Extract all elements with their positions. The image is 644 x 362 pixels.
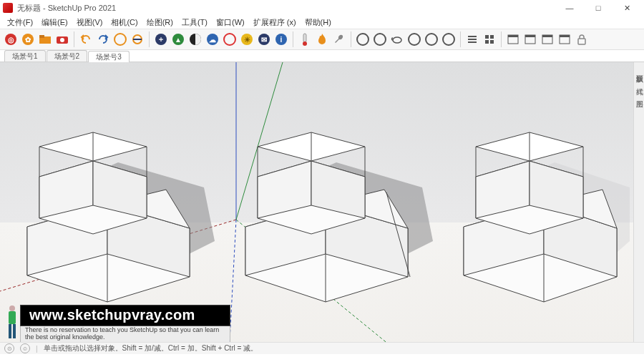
mail-icon[interactable]: ✉ [256,31,272,47]
svg-point-8 [303,41,307,46]
close-button[interactable]: ✕ [613,0,641,16]
svg-rect-18 [508,35,518,37]
right-tray[interactable]: 默认面板 样式 图层 [633,62,644,354]
svg-rect-7 [303,34,306,42]
folder-icon[interactable] [37,31,53,47]
menu-tools[interactable]: 工具(T) [177,16,212,29]
globe-icon[interactable] [355,31,371,47]
watermark-caption: There is no reservation to teach you Ske… [20,326,230,343]
palette-icon[interactable] [372,31,388,47]
flame-icon[interactable] [314,31,330,47]
scene-tab-bar: 场景号1 场景号2 场景号3 [0,50,644,62]
svg-rect-24 [560,35,570,37]
menu-bar: 文件(F) 编辑(E) 视图(V) 相机(C) 绘图(R) 工具(T) 窗口(W… [0,16,644,29]
watermark-url: www.sketchupvray.com [20,305,230,326]
menu-file[interactable]: 文件(F) [3,16,37,29]
svg-point-71 [9,305,15,311]
plus-icon[interactable]: ＋ [153,31,169,47]
svg-rect-10 [468,36,477,37]
svg-rect-5 [133,39,142,40]
main-toolbar: ◎ ✿ ＋ ▲ ☁ ☀ ✉ i [0,29,644,50]
svg-point-3 [60,38,64,42]
menu-window[interactable]: 窗口(W) [212,16,249,29]
status-bar: ⊙ ☺ | 单击或拖动以选择对象。Shift = 加/减。Ctrl = 加。Sh… [0,342,644,354]
svg-point-9 [393,37,401,43]
svg-rect-20 [525,35,535,37]
sun-icon[interactable]: ☀ [239,31,255,47]
svg-rect-73 [9,324,11,338]
stack-icon[interactable] [464,31,480,47]
redo-icon[interactable] [95,31,111,47]
thermometer-icon[interactable] [297,31,313,47]
tree-icon[interactable]: ▲ [170,31,186,47]
svg-rect-74 [13,324,16,338]
menu-view[interactable]: 视图(V) [72,16,107,29]
window-icon[interactable] [522,31,538,47]
window-icon[interactable] [557,31,572,47]
title-bar: 无标题 - SketchUp Pro 2021 — □ ✕ [0,0,644,16]
gear-icon[interactable]: ✿ [20,31,36,47]
svg-rect-22 [542,35,552,37]
cloud-icon[interactable]: ☁ [205,31,220,47]
teapot-icon[interactable] [389,31,405,47]
menu-camera[interactable]: 相机(C) [107,16,142,29]
menu-edit[interactable]: 编辑(E) [37,16,72,29]
svg-rect-15 [485,40,489,44]
undo-icon[interactable] [78,31,94,47]
menu-help[interactable]: 帮助(H) [301,16,336,29]
model-viewport[interactable]: 默认面板 样式 图层 www.sketchupvray.com There is… [0,62,644,354]
checker-icon[interactable] [187,31,203,47]
app-icon [3,3,13,13]
wrench-icon[interactable] [331,31,347,47]
scene-tab-1[interactable]: 场景号1 [4,50,46,62]
spiral-icon[interactable] [406,31,422,47]
menu-extensions[interactable]: 扩展程序 (x) [249,16,301,29]
refresh-icon[interactable] [222,31,238,47]
scene-tab-2[interactable]: 场景号2 [47,50,88,62]
rings-icon[interactable] [441,31,457,47]
geo-icon[interactable]: ⊙ [4,343,14,353]
camera-icon[interactable] [54,31,70,47]
scene-tab-3[interactable]: 场景号3 [88,51,130,62]
watermark: www.sketchupvray.com There is no reserva… [20,305,230,343]
svg-rect-11 [468,39,477,40]
target-icon[interactable]: ◎ [3,31,19,47]
svg-rect-1 [39,35,44,38]
tray-tab-layers[interactable]: 图层 [634,92,644,98]
swirl-icon[interactable] [424,31,439,47]
person-icon[interactable]: ☺ [20,343,30,353]
window-title: 无标题 - SketchUp Pro 2021 [17,3,116,14]
tray-tab-default[interactable]: 默认面板 [634,67,644,72]
svg-rect-13 [485,35,489,39]
info-icon[interactable]: i [273,31,289,47]
scale-figure [4,304,20,343]
window-icon[interactable] [540,31,555,47]
svg-rect-16 [490,40,494,44]
tray-tab-styles[interactable]: 样式 [634,79,644,85]
svg-rect-25 [578,39,585,44]
window-icon[interactable] [505,31,521,47]
svg-rect-14 [490,35,494,39]
svg-rect-72 [9,311,16,324]
minimize-button[interactable]: — [555,0,584,16]
menu-draw[interactable]: 绘图(R) [142,16,177,29]
lock-icon[interactable] [574,31,590,47]
ring-bar-icon[interactable] [130,31,145,47]
ring-icon[interactable] [112,31,128,47]
maximize-button[interactable]: □ [584,0,613,16]
svg-rect-12 [468,41,477,43]
status-hint: 单击或拖动以选择对象。Shift = 加/减。Ctrl = 加。Shift + … [44,343,258,353]
grid-icon[interactable] [482,31,497,47]
